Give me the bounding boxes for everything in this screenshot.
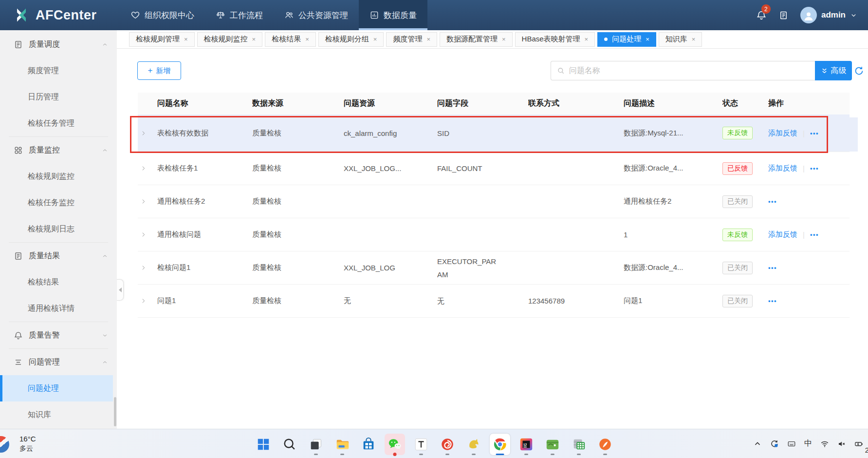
tab-close-icon[interactable]: × bbox=[305, 36, 309, 43]
sidebar-collapse-handle[interactable] bbox=[117, 279, 124, 301]
tab-检核结果[interactable]: 检核结果× bbox=[265, 32, 316, 47]
table-row[interactable]: 表检核任务1质量检核XXL_JOB_LOG...FAIL_COUNT数据源:Or… bbox=[138, 152, 850, 185]
tab-close-icon[interactable]: × bbox=[585, 36, 589, 43]
cell-resource: XXL_JOB_LOG bbox=[344, 264, 437, 272]
sidebar-item-检核规则日志[interactable]: 检核规则日志 bbox=[0, 216, 117, 242]
weather-widget[interactable]: 16°C 多云 bbox=[0, 429, 36, 458]
table-row[interactable]: 问题1质量检核无无123456789问题1已关闭••• bbox=[138, 285, 850, 318]
tab-检核规则监控[interactable]: 检核规则监控× bbox=[197, 32, 263, 47]
taskbar-chrome-icon[interactable] bbox=[490, 434, 510, 455]
add-feedback-link[interactable]: 添加反馈 bbox=[768, 129, 797, 138]
more-actions-button[interactable]: ••• bbox=[768, 198, 777, 205]
taskbar-orange-pen-app-icon[interactable] bbox=[595, 434, 615, 455]
touch-keyboard-icon[interactable] bbox=[787, 439, 796, 448]
add-feedback-link[interactable]: 添加反馈 bbox=[768, 164, 797, 173]
tab-close-icon[interactable]: × bbox=[373, 36, 377, 43]
running-indicator bbox=[445, 454, 449, 455]
more-actions-button[interactable]: ••• bbox=[810, 130, 819, 137]
taskbar-wechat-icon[interactable] bbox=[385, 434, 405, 455]
table-row[interactable]: 通用检核任务2质量检核通用检核任务2已关闭••• bbox=[138, 185, 850, 218]
tab-close-icon[interactable]: × bbox=[426, 36, 430, 43]
taskbar-db-table-app-icon[interactable] bbox=[569, 434, 589, 455]
chevron-down-icon bbox=[102, 332, 108, 339]
sidebar-item-通用检核详情[interactable]: 通用检核详情 bbox=[0, 295, 117, 322]
sidebar-group-质量调度[interactable]: 质量调度 bbox=[0, 31, 117, 57]
advanced-search-button[interactable]: 高级 bbox=[815, 61, 852, 80]
tab-close-icon[interactable]: × bbox=[502, 36, 506, 43]
cell-status: 已关闭 bbox=[722, 262, 768, 274]
nav-item-公共资源管理[interactable]: 公共资源管理 bbox=[274, 0, 359, 30]
sidebar-group-质量告警[interactable]: 质量告警 bbox=[0, 322, 117, 348]
sidebar-scrollbar[interactable] bbox=[114, 397, 116, 426]
tab-close-icon[interactable]: × bbox=[692, 36, 696, 43]
sidebar-group-label: 质量调度 bbox=[29, 39, 60, 50]
nav-item-组织权限中心[interactable]: 组织权限中心 bbox=[120, 0, 205, 30]
row-expander-icon[interactable] bbox=[138, 298, 157, 304]
taskbar-yellow-app-icon[interactable] bbox=[463, 434, 484, 455]
notifications-button[interactable]: 2 bbox=[756, 10, 767, 20]
taskbar-search-icon[interactable] bbox=[279, 434, 300, 455]
nav-item-工作流程[interactable]: 工作流程 bbox=[205, 0, 274, 30]
chevron-up-icon[interactable] bbox=[753, 439, 762, 448]
sidebar-item-问题处理[interactable]: 问题处理 bbox=[0, 375, 113, 401]
refresh-icon[interactable] bbox=[854, 66, 864, 76]
sidebar-group-质量结果[interactable]: 质量结果 bbox=[0, 243, 117, 269]
column-header-状态: 状态 bbox=[722, 98, 768, 109]
tab-HBase表映射管理[interactable]: HBase表映射管理× bbox=[515, 32, 595, 47]
taskbar-task-view-icon[interactable] bbox=[306, 434, 326, 455]
cell-name: 通用检核任务2 bbox=[157, 197, 252, 206]
taskbar-store-icon[interactable] bbox=[358, 434, 379, 455]
nav-item-数据质量[interactable]: 数据质量 bbox=[359, 0, 427, 30]
row-expander-icon[interactable] bbox=[138, 265, 157, 271]
tab-数据源配置管理[interactable]: 数据源配置管理× bbox=[440, 32, 513, 47]
sidebar-item-日历管理[interactable]: 日历管理 bbox=[0, 84, 117, 110]
table-row[interactable]: 通用检核问题质量检核1未反馈添加反馈|••• bbox=[138, 218, 850, 251]
taskbar-windows-icon[interactable] bbox=[253, 434, 274, 455]
sidebar-item-检核规则监控[interactable]: 检核规则监控 bbox=[0, 163, 117, 190]
sidebar-item-检核结果[interactable]: 检核结果 bbox=[0, 269, 117, 295]
tab-close-icon[interactable]: × bbox=[184, 36, 188, 43]
more-actions-button[interactable]: ••• bbox=[768, 297, 777, 305]
taskbar-green-db-app-icon[interactable] bbox=[542, 434, 563, 455]
toolbar: + 新增 高级 bbox=[135, 61, 864, 80]
taskbar-red-spiral-app-icon[interactable] bbox=[437, 434, 458, 455]
more-actions-button[interactable]: ••• bbox=[768, 264, 777, 271]
table-row[interactable]: 检核问题1质量检核XXL_JOB_LOGEXECUTOR_PARAM数据源:Or… bbox=[138, 251, 850, 285]
sidebar-item-label: 检核结果 bbox=[28, 277, 59, 287]
document-icon[interactable] bbox=[778, 10, 789, 20]
running-indicator bbox=[340, 454, 344, 455]
row-expander-icon[interactable] bbox=[138, 198, 157, 205]
taskbar-file-explorer-icon[interactable] bbox=[332, 434, 352, 455]
table-row[interactable]: 表检核有效数据质量检核ck_alarm_configSID数据源:Mysql-2… bbox=[138, 114, 850, 152]
user-menu[interactable]: admin bbox=[800, 7, 857, 23]
battery-charging-icon[interactable] bbox=[854, 439, 863, 448]
volume-muted-icon[interactable] bbox=[837, 439, 846, 448]
add-button[interactable]: + 新增 bbox=[137, 61, 181, 80]
tab-频度管理[interactable]: 频度管理× bbox=[386, 32, 437, 47]
tab-知识库[interactable]: 知识库× bbox=[659, 32, 702, 47]
taskbar-intellij-icon[interactable]: IJ bbox=[516, 434, 536, 455]
sidebar-item-知识库[interactable]: 知识库 bbox=[0, 401, 117, 428]
sidebar-item-检核任务监控[interactable]: 检核任务监控 bbox=[0, 190, 117, 216]
tab-close-icon[interactable]: × bbox=[252, 36, 256, 43]
row-expander-icon[interactable] bbox=[138, 165, 157, 172]
sync-icon[interactable] bbox=[770, 439, 779, 448]
more-actions-button[interactable]: ••• bbox=[810, 231, 819, 238]
taskbar-typora-icon[interactable] bbox=[411, 434, 431, 455]
sidebar-item-频度管理[interactable]: 频度管理 bbox=[0, 57, 117, 84]
more-actions-button[interactable]: ••• bbox=[810, 165, 819, 172]
sidebar-group-问题管理[interactable]: 问题管理 bbox=[0, 349, 117, 375]
plus-icon: + bbox=[148, 66, 153, 76]
tab-close-icon[interactable]: × bbox=[646, 36, 649, 43]
sidebar-item-检核任务管理[interactable]: 检核任务管理 bbox=[0, 110, 117, 136]
sidebar-group-质量监控[interactable]: 质量监控 bbox=[0, 137, 117, 163]
tab-检核规则分组[interactable]: 检核规则分组× bbox=[318, 32, 384, 47]
row-expander-icon[interactable] bbox=[138, 231, 157, 238]
tab-问题处理[interactable]: 问题处理× bbox=[597, 32, 656, 47]
ime-indicator[interactable]: 中 bbox=[804, 439, 812, 449]
tab-检核规则管理[interactable]: 检核规则管理× bbox=[129, 32, 195, 47]
row-expander-icon[interactable] bbox=[138, 130, 157, 136]
wifi-icon[interactable] bbox=[820, 439, 829, 448]
search-input[interactable] bbox=[569, 66, 809, 75]
add-feedback-link[interactable]: 添加反馈 bbox=[768, 230, 797, 239]
